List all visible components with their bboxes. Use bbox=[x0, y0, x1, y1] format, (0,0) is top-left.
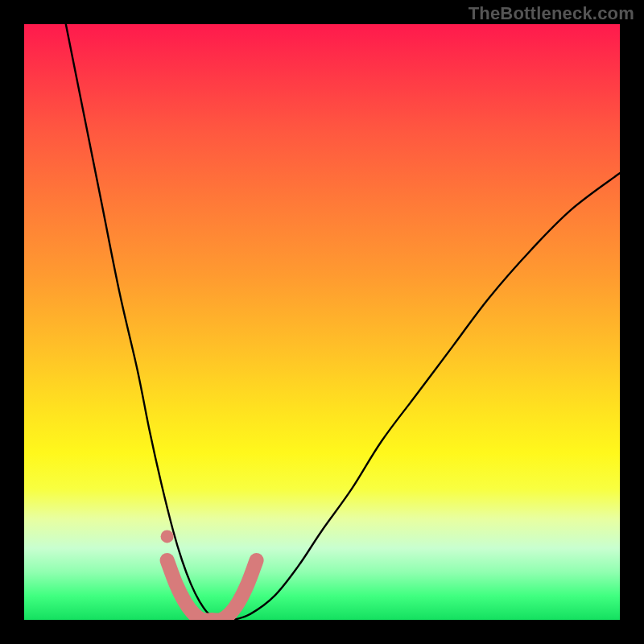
chart-plot-area bbox=[24, 24, 620, 620]
marker-band bbox=[167, 560, 257, 620]
attribution-label: TheBottleneck.com bbox=[469, 3, 634, 24]
marker-dot-icon bbox=[161, 530, 174, 543]
chart-svg bbox=[24, 24, 620, 620]
bottleneck-curve bbox=[66, 24, 620, 620]
chart-frame: TheBottleneck.com bbox=[0, 0, 644, 644]
